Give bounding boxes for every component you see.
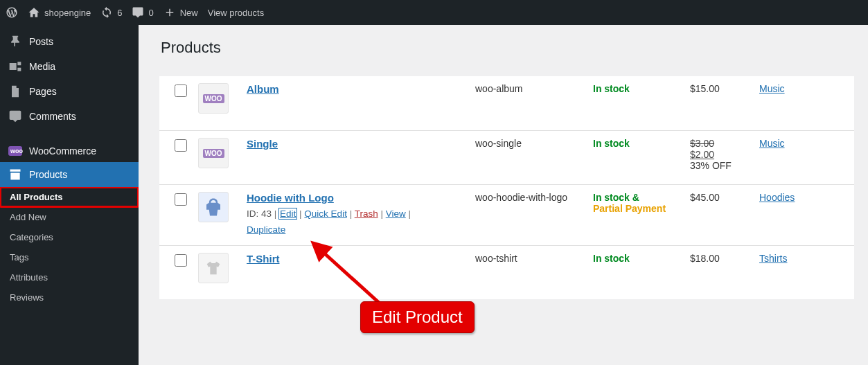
refresh-icon bbox=[100, 6, 113, 19]
product-sku: woo-tshirt bbox=[475, 253, 593, 264]
sidebar-item-label: WooCommerce bbox=[29, 145, 96, 157]
page-title: Products bbox=[159, 39, 854, 57]
submenu-label: Categories bbox=[10, 232, 53, 242]
row-checkbox[interactable] bbox=[175, 84, 187, 97]
table-row: WOO Single woo-single In stock $3.00 $2.… bbox=[159, 130, 854, 184]
comments-count: 0 bbox=[148, 8, 153, 18]
table-row: WOO Album woo-album In stock $15.00 Musi… bbox=[159, 76, 854, 130]
updates-count: 6 bbox=[117, 8, 122, 18]
category-link[interactable]: Hoodies bbox=[759, 192, 795, 203]
category-link[interactable]: Tshirts bbox=[759, 253, 787, 264]
product-price: $45.00 bbox=[690, 192, 759, 203]
archive-icon bbox=[8, 168, 22, 181]
product-title-link[interactable]: Hoodie with Logo bbox=[247, 192, 334, 204]
row-action-edit[interactable]: Edit bbox=[279, 208, 296, 219]
site-name: shopengine bbox=[44, 8, 91, 18]
plus-icon bbox=[163, 6, 176, 19]
products-table: WOO Album woo-album In stock $15.00 Musi… bbox=[159, 76, 854, 299]
product-price: $18.00 bbox=[690, 253, 759, 264]
sidebar-item-pages[interactable]: Pages bbox=[0, 79, 139, 104]
stock-status: In stock & bbox=[593, 192, 639, 203]
submenu-label: Add New bbox=[10, 212, 46, 222]
sidebar-item-posts[interactable]: Posts bbox=[0, 29, 139, 54]
sidebar-item-label: Pages bbox=[29, 86, 57, 97]
pin-icon bbox=[8, 35, 22, 48]
sidebar-item-products[interactable]: Products bbox=[0, 162, 139, 187]
row-action-view[interactable]: View bbox=[386, 208, 406, 219]
sidebar-item-label: Products bbox=[29, 169, 67, 180]
stock-status: In stock bbox=[593, 83, 630, 94]
product-title-link[interactable]: Single bbox=[247, 138, 278, 150]
site-link[interactable]: shopengine bbox=[28, 6, 91, 19]
product-thumb[interactable] bbox=[198, 253, 229, 283]
product-price: $15.00 bbox=[690, 83, 759, 94]
product-thumb[interactable] bbox=[198, 192, 229, 222]
products-submenu: All Products Add New Categories Tags Att… bbox=[0, 187, 139, 308]
product-sku: woo-hoodie-with-logo bbox=[475, 192, 593, 203]
row-checkbox[interactable] bbox=[175, 193, 187, 206]
new-link[interactable]: New bbox=[163, 6, 198, 19]
admin-topbar: shopengine 6 0 New View products bbox=[0, 0, 868, 25]
price-discount: 33% OFF bbox=[690, 160, 732, 171]
view-products-label: View products bbox=[208, 8, 264, 18]
main-content: Products WOO Album woo-album In stock $1… bbox=[139, 25, 868, 365]
comment-icon bbox=[8, 109, 22, 123]
table-row: T-Shirt woo-tshirt In stock $18.00 Tshir… bbox=[159, 245, 854, 299]
row-checkbox[interactable] bbox=[175, 139, 187, 152]
price-new: $2.00 bbox=[690, 149, 714, 160]
submenu-all-products[interactable]: All Products bbox=[0, 187, 139, 207]
table-row: Hoodie with Logo ID: 43 | Edit | Quick E… bbox=[159, 184, 854, 245]
product-title-link[interactable]: Album bbox=[247, 83, 279, 95]
sidebar-item-media[interactable]: Media bbox=[0, 54, 139, 79]
submenu-label: Reviews bbox=[10, 292, 44, 303]
sidebar-item-label: Posts bbox=[29, 36, 53, 47]
submenu-reviews[interactable]: Reviews bbox=[0, 287, 139, 308]
sidebar-item-label: Comments bbox=[29, 111, 76, 122]
annotation-label: Edit Product bbox=[360, 301, 475, 333]
wordpress-icon bbox=[6, 6, 18, 19]
row-id: ID: 43 bbox=[247, 208, 272, 219]
stock-status: In stock bbox=[593, 253, 630, 264]
submenu-tags[interactable]: Tags bbox=[0, 247, 139, 267]
page-icon bbox=[8, 84, 22, 98]
row-actions: ID: 43 | Edit | Quick Edit | Trash | Vie… bbox=[247, 206, 475, 238]
row-action-duplicate[interactable]: Duplicate bbox=[247, 224, 285, 235]
price-old: $3.00 bbox=[690, 138, 714, 149]
product-price: $3.00 $2.00 33% OFF bbox=[690, 138, 759, 171]
category-link[interactable]: Music bbox=[759, 83, 785, 94]
new-label: New bbox=[180, 8, 198, 18]
woo-icon: woo bbox=[8, 146, 22, 156]
comments-link[interactable]: 0 bbox=[132, 6, 153, 19]
submenu-label: Attributes bbox=[10, 272, 48, 283]
product-thumb[interactable]: WOO bbox=[198, 138, 229, 168]
product-thumb[interactable]: WOO bbox=[198, 83, 229, 114]
stock-status-extra: Partial Payment bbox=[593, 203, 666, 214]
category-link[interactable]: Music bbox=[759, 138, 785, 149]
submenu-categories[interactable]: Categories bbox=[0, 227, 139, 247]
sidebar-item-woocommerce[interactable]: woo WooCommerce bbox=[0, 140, 139, 162]
product-sku: woo-album bbox=[475, 83, 593, 94]
product-sku: woo-single bbox=[475, 138, 593, 149]
stock-status: In stock bbox=[593, 138, 630, 149]
view-products-link[interactable]: View products bbox=[208, 8, 264, 18]
row-checkbox[interactable] bbox=[175, 254, 187, 267]
media-icon bbox=[8, 60, 22, 73]
sidebar-item-label: Media bbox=[29, 61, 55, 72]
submenu-label: Tags bbox=[10, 252, 28, 262]
home-icon bbox=[28, 6, 40, 19]
wp-logo[interactable] bbox=[6, 6, 18, 19]
updates-link[interactable]: 6 bbox=[100, 6, 122, 19]
comment-icon bbox=[132, 6, 144, 19]
submenu-add-new[interactable]: Add New bbox=[0, 207, 139, 227]
row-action-trash[interactable]: Trash bbox=[355, 208, 378, 219]
submenu-attributes[interactable]: Attributes bbox=[0, 267, 139, 287]
submenu-label: All Products bbox=[10, 192, 63, 202]
product-title-link[interactable]: T-Shirt bbox=[247, 253, 280, 265]
row-action-quick-edit[interactable]: Quick Edit bbox=[304, 208, 347, 219]
sidebar-item-comments[interactable]: Comments bbox=[0, 104, 139, 129]
admin-sidebar: Posts Media Pages Comments woo WooCommer… bbox=[0, 25, 139, 365]
